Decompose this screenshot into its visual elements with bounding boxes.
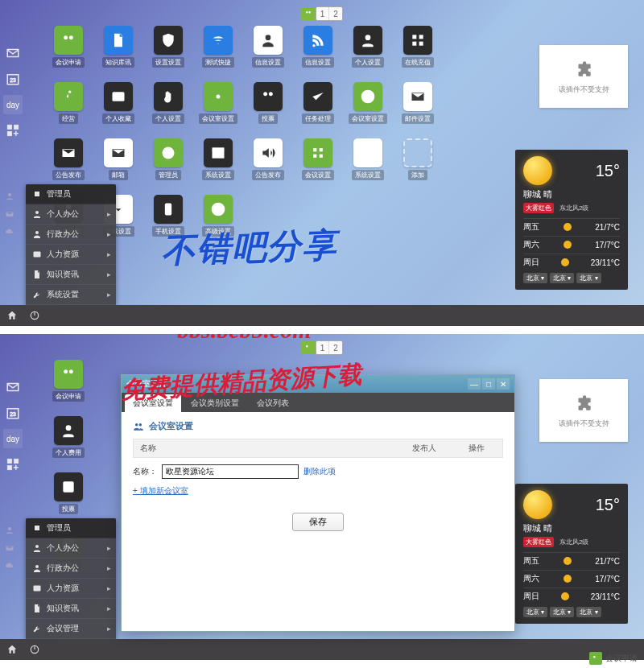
app-shortcut[interactable]: 公告发布 [47, 138, 90, 190]
app-shortcut[interactable]: 系统设置 [346, 138, 390, 190]
app-shortcut[interactable]: 邮箱 [97, 138, 140, 190]
mail-icon[interactable] [3, 377, 23, 397]
pager-page[interactable]: 1 [316, 341, 329, 354]
tab-room-settings[interactable]: 会议室设置 [125, 394, 181, 412]
home-icon[interactable] [5, 308, 19, 323]
close-button[interactable]: ✕ [497, 378, 510, 390]
mail-icon [54, 138, 83, 167]
apps-icon[interactable] [3, 121, 23, 140]
window-icon [204, 138, 233, 167]
app-shortcut[interactable]: 经营 [47, 82, 90, 134]
app-shortcut[interactable]: 设置设置 [147, 26, 190, 77]
desktop-pager[interactable]: 1 2 [316, 6, 343, 21]
app-shortcut[interactable]: 管理员 [147, 138, 190, 190]
maximize-button[interactable]: □ [482, 378, 495, 390]
room-name-input[interactable] [162, 464, 299, 479]
app-shortcut[interactable]: 个人费用 [47, 416, 90, 468]
menu-item[interactable]: 人力资源▸ [26, 579, 116, 599]
app-shortcut[interactable]: 信息设置 [246, 26, 290, 77]
menu-item[interactable]: 管理员 [26, 518, 116, 538]
menu-item[interactable]: 系统设置▸ [26, 285, 116, 305]
city-select[interactable]: 北京 ▾ [550, 273, 574, 283]
svg-rect-6 [412, 35, 416, 39]
menu-item[interactable]: 行政办公▸ [26, 559, 116, 579]
mini-mail-icon[interactable] [2, 541, 17, 555]
rss-icon [303, 26, 332, 55]
day-badge[interactable]: day [3, 95, 23, 114]
menu-item[interactable]: 行政办公▸ [26, 225, 116, 245]
city-select[interactable]: 北京 ▾ [576, 607, 601, 617]
menu-item[interactable]: 个人办公▸ [26, 538, 116, 559]
add-room-link[interactable]: + 填加新会议室 [133, 485, 188, 497]
app-shortcut[interactable]: 投票 [246, 82, 290, 134]
tab-category-settings[interactable]: 会议类别设置 [183, 394, 247, 412]
home-icon[interactable] [5, 642, 19, 657]
app-shortcut[interactable]: 公告发布 [246, 138, 290, 190]
mini-mail-icon[interactable] [2, 207, 17, 221]
weather-city-selects[interactable]: 北京 ▾北京 ▾北京 ▾ [523, 273, 620, 283]
city-select[interactable]: 北京 ▾ [576, 273, 601, 283]
app-shortcut[interactable]: 个人收藏 [97, 82, 140, 134]
svg-rect-26 [35, 192, 39, 196]
weather-wind: 东北风2级 [557, 537, 591, 547]
forecast-row: 周五21/7°C [523, 218, 620, 233]
app-shortcut[interactable]: 个人设置 [346, 26, 390, 77]
power-icon[interactable] [27, 642, 42, 657]
city-select[interactable]: 北京 ▾ [523, 607, 547, 617]
weather-city: 聊城 晴 [523, 522, 620, 534]
mail-icon[interactable] [3, 43, 23, 63]
pager-page[interactable]: 1 [316, 7, 329, 20]
menu-item[interactable]: 知识资讯▸ [26, 265, 116, 285]
calendar-icon[interactable]: 23 [3, 69, 23, 89]
pager-badge-icon [301, 7, 316, 20]
app-shortcut[interactable]: 高级设置 [196, 195, 240, 246]
app-shortcut[interactable]: 个人设置 [147, 82, 190, 134]
app-shortcut[interactable]: 测试快捷 [196, 26, 240, 77]
day-badge[interactable]: day [3, 429, 23, 448]
app-shortcut[interactable]: 任务处理 [296, 82, 340, 134]
apps-icon[interactable] [3, 455, 23, 474]
tab-meeting-list[interactable]: 会议列表 [249, 394, 297, 412]
delete-link[interactable]: 删除此项 [303, 466, 336, 477]
app-shortcut[interactable]: 添加 [396, 138, 440, 190]
app-shortcut[interactable]: 会议设置 [296, 138, 340, 190]
city-select[interactable]: 北京 ▾ [550, 607, 574, 617]
pager-page[interactable]: 2 [329, 341, 342, 354]
app-label: 添加 [408, 170, 427, 180]
menu-item[interactable]: 人力资源▸ [26, 245, 116, 265]
app-shortcut[interactable]: 知识库讯 [97, 26, 140, 77]
app-shortcut[interactable]: 邮件设置 [396, 82, 440, 134]
svg-point-25 [8, 193, 11, 196]
footer-app-icon[interactable] [589, 652, 602, 665]
svg-rect-41 [34, 586, 41, 592]
app-shortcut[interactable]: 会议室设置 [346, 82, 390, 134]
menu-item[interactable]: 个人办公▸ [26, 204, 116, 225]
dialog-title: 会议室设置 [126, 378, 167, 390]
svg-rect-4 [7, 132, 11, 136]
app-shortcut[interactable]: 会议室设置 [196, 82, 240, 134]
app-shortcut[interactable]: 会议申请 [47, 26, 90, 77]
mini-user-icon[interactable] [2, 189, 17, 204]
weather-city-selects[interactable]: 北京 ▾北京 ▾北京 ▾ [523, 607, 620, 617]
app-shortcut[interactable]: 信息设置 [296, 26, 340, 77]
svg-rect-28 [34, 252, 41, 258]
menu-item[interactable]: 会议管理▸ [26, 619, 116, 639]
mini-user-icon[interactable] [2, 523, 17, 538]
mini-cloud-icon[interactable] [2, 225, 17, 239]
pager-page[interactable]: 2 [329, 7, 342, 20]
mini-cloud-icon[interactable] [2, 559, 17, 573]
calendar-icon[interactable]: 23 [3, 403, 23, 423]
save-button[interactable]: 保存 [292, 513, 344, 531]
app-shortcut[interactable]: 手机设置 [147, 195, 190, 246]
app-shortcut[interactable]: 系统设置 [196, 138, 240, 190]
menu-item[interactable]: 管理员 [26, 184, 116, 204]
dialog-titlebar[interactable]: 会议室设置 — □ ✕ [122, 375, 514, 393]
app-shortcut[interactable]: 会议申请 [47, 360, 90, 411]
minimize-button[interactable]: — [468, 378, 481, 390]
desktop-pager[interactable]: 1 2 [316, 340, 343, 355]
city-select[interactable]: 北京 ▾ [523, 273, 547, 283]
app-shortcut[interactable]: 在线充值 [396, 26, 440, 77]
power-icon[interactable] [27, 308, 42, 323]
menu-item[interactable]: 知识资讯▸ [26, 599, 116, 619]
app-shortcut[interactable]: 投票 [47, 472, 90, 524]
